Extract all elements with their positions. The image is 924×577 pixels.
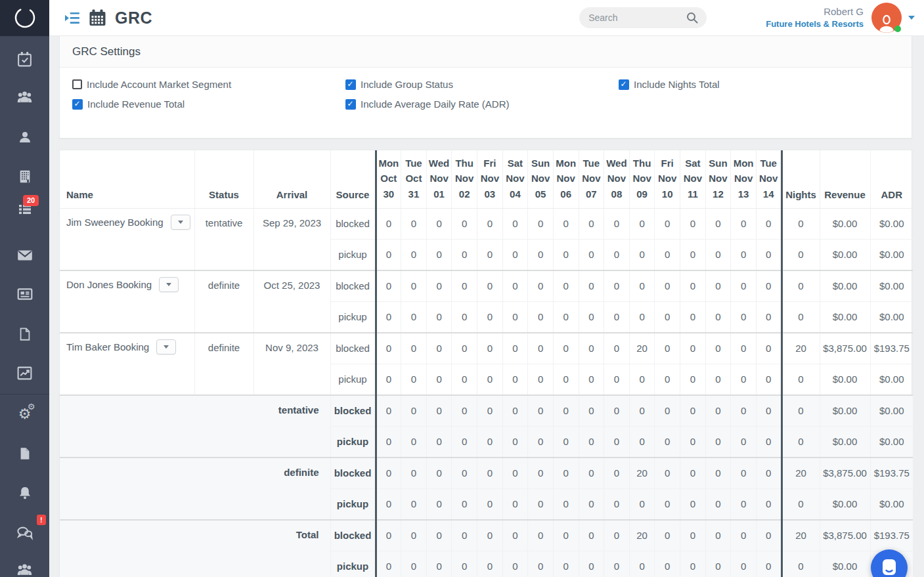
date-header-line: 08 bbox=[605, 186, 628, 202]
status-cell: definite bbox=[194, 333, 253, 395]
sidebar-item-property[interactable] bbox=[0, 168, 49, 185]
checkbox-checked-icon[interactable] bbox=[345, 99, 356, 110]
col-header-date: ThuNov09 bbox=[629, 150, 655, 208]
grid-cell: 0 bbox=[705, 551, 731, 577]
search-input[interactable] bbox=[587, 12, 686, 24]
sidebar-item-calendar[interactable] bbox=[0, 51, 49, 68]
booking-menu-button[interactable] bbox=[159, 277, 179, 292]
grid-cell: 0 bbox=[426, 488, 452, 520]
grid-cell: 0 bbox=[502, 551, 528, 577]
arrival-cell: Oct 25, 2023 bbox=[253, 270, 330, 333]
grid-cell: 0 bbox=[452, 395, 477, 427]
checkbox-checked-icon[interactable] bbox=[72, 99, 83, 110]
col-header-revenue: Revenue bbox=[820, 150, 870, 208]
settings-checkbox-item[interactable]: Include Group Status bbox=[345, 79, 619, 90]
search-box[interactable] bbox=[579, 7, 707, 28]
sidebar-item-messages[interactable]: ! bbox=[0, 524, 49, 541]
source-cell: pickup bbox=[330, 488, 376, 520]
sidebar-item-notifications[interactable] bbox=[0, 484, 49, 502]
grid-cell: 0 bbox=[604, 364, 630, 395]
grid-cell: 0 bbox=[579, 395, 604, 427]
grid-cell: 0 bbox=[705, 301, 731, 333]
booking-menu-button[interactable] bbox=[156, 339, 176, 354]
booking-row: Tim Baker BookingdefiniteNov 9, 2023bloc… bbox=[60, 333, 913, 364]
table-body: Jim Sweeney BookingtentativeSep 29, 2023… bbox=[60, 208, 913, 577]
booking-name-wrap: Don Jones Booking bbox=[66, 277, 190, 292]
grid-cell: 0 bbox=[426, 208, 452, 239]
app-logo[interactable] bbox=[0, 0, 49, 36]
summary-row: tentativeblocked00000000000000000$0.00$0… bbox=[60, 395, 913, 427]
user-info[interactable]: Robert G Future Hotels & Resorts bbox=[766, 5, 864, 32]
adr-cell: $0.00 bbox=[870, 270, 913, 302]
revenue-cell: $0.00 bbox=[820, 301, 870, 333]
sidebar-item-settings[interactable]: ⚙⚙ bbox=[0, 406, 49, 423]
grid-cell: 0 bbox=[731, 520, 757, 551]
spinner-logo-icon bbox=[14, 7, 36, 29]
source-cell: pickup bbox=[330, 551, 376, 577]
date-header-line: Tue bbox=[758, 156, 780, 171]
booking-menu-button[interactable] bbox=[171, 215, 190, 230]
date-header-line: Nov bbox=[453, 171, 475, 186]
grid-cell: 0 bbox=[553, 270, 579, 302]
sidebar-item-contacts[interactable] bbox=[0, 129, 49, 146]
checkbox-checked-icon[interactable] bbox=[345, 79, 356, 90]
grid-cell: 0 bbox=[426, 239, 452, 270]
grid-cell: 0 bbox=[452, 426, 477, 458]
col-header-nights: Nights bbox=[781, 150, 820, 208]
sidebar-item-team[interactable] bbox=[0, 562, 49, 577]
settings-checkbox-item[interactable]: Include Nights Total bbox=[619, 79, 912, 90]
avatar[interactable] bbox=[871, 3, 902, 33]
settings-checkbox-item[interactable]: Include Average Daily Rate (ADR) bbox=[345, 98, 619, 110]
grid-cell: 0 bbox=[477, 426, 503, 458]
grid-cell: 0 bbox=[756, 426, 781, 458]
grid-cell: 0 bbox=[376, 239, 401, 270]
table-header-row: NameStatusArrivalSourceMonOct30TueOct31W… bbox=[60, 150, 913, 208]
grid-cell: 0 bbox=[477, 395, 503, 427]
user-menu-caret-icon[interactable] bbox=[908, 16, 915, 20]
adr-cell: $0.00 bbox=[870, 208, 913, 239]
checkbox-checked-icon[interactable] bbox=[619, 79, 629, 90]
settings-checkbox-item[interactable]: Include Account Market Segment bbox=[72, 79, 345, 90]
sidebar-item-reports[interactable] bbox=[0, 364, 49, 381]
settings-checkbox-item[interactable]: Include Revenue Total bbox=[72, 98, 345, 110]
grid-cell: 0 bbox=[452, 301, 477, 333]
sidebar-toggle-icon[interactable] bbox=[65, 12, 80, 24]
search-icon[interactable] bbox=[686, 11, 699, 24]
checkbox-label: Include Account Market Segment bbox=[87, 79, 231, 90]
grid-cell: 0 bbox=[680, 458, 706, 489]
date-header-line: Wed bbox=[605, 156, 628, 171]
sidebar-item-tasks[interactable]: 20 bbox=[0, 201, 49, 218]
grid-cell: 0 bbox=[604, 208, 630, 239]
grid-cell: 0 bbox=[680, 301, 706, 333]
name-cell: Jim Sweeney Booking bbox=[60, 208, 194, 270]
grid-cell: 0 bbox=[528, 458, 554, 489]
grid-cell: 0 bbox=[680, 333, 706, 364]
sidebar-item-pages[interactable] bbox=[0, 445, 49, 462]
grid-cell: 0 bbox=[401, 333, 427, 364]
sidebar-item-news[interactable] bbox=[0, 286, 49, 303]
checkbox-unchecked-icon[interactable] bbox=[72, 79, 82, 89]
grid-cell: 0 bbox=[528, 488, 554, 520]
chevron-down-icon bbox=[164, 345, 169, 349]
col-header-date: MonNov13 bbox=[731, 150, 757, 208]
nights-cell: 0 bbox=[781, 426, 820, 458]
revenue-cell: $0.00 bbox=[820, 395, 870, 427]
sidebar-item-mail[interactable] bbox=[0, 247, 49, 264]
grid-cell: 0 bbox=[477, 520, 503, 551]
source-cell: blocked bbox=[330, 270, 376, 302]
sidebar-item-groups[interactable] bbox=[0, 89, 49, 106]
grid-cell: 0 bbox=[401, 270, 427, 302]
grid-cell: 0 bbox=[376, 333, 401, 364]
col-header-status: Status bbox=[194, 150, 253, 208]
grid-cell: 0 bbox=[756, 364, 781, 395]
col-header-date: FriNov10 bbox=[655, 150, 680, 208]
sidebar-item-documents[interactable] bbox=[0, 326, 49, 343]
col-header-date: TueNov07 bbox=[579, 150, 604, 208]
grid-cell: 0 bbox=[629, 488, 655, 520]
grid-cell: 0 bbox=[401, 208, 427, 239]
chat-icon bbox=[16, 524, 33, 542]
booking-row: Jim Sweeney BookingtentativeSep 29, 2023… bbox=[60, 208, 913, 239]
grid-cell: 0 bbox=[426, 301, 452, 333]
grid-cell: 0 bbox=[477, 458, 503, 489]
grid-cell: 0 bbox=[756, 270, 781, 302]
